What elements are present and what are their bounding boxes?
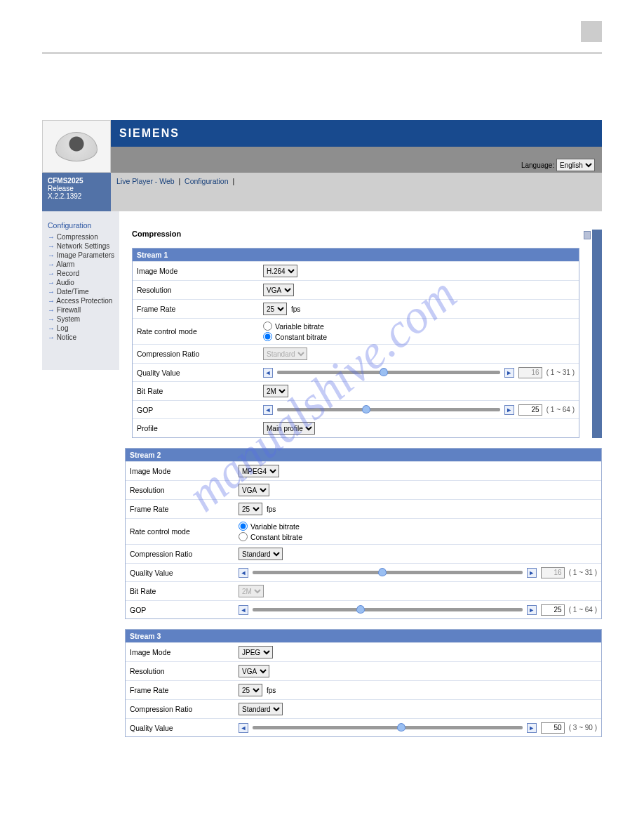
- breadcrumb: Live Player - Web | Configuration |: [111, 173, 602, 211]
- stream-2-header: Stream 2: [126, 449, 601, 461]
- row-gop: GOP◄► ( 1 ~ 64 ): [126, 600, 601, 618]
- sidebar-item-audio[interactable]: Audio: [46, 278, 115, 287]
- nudge-right-icon[interactable]: ►: [504, 405, 514, 415]
- sidebar-item-notice[interactable]: Notice: [46, 333, 115, 342]
- sidebar-list: CompressionNetwork SettingsImage Paramet…: [46, 232, 115, 342]
- stream-1-header: Stream 1: [133, 249, 579, 261]
- camera-icon: [55, 132, 98, 161]
- label-bit-rate: Bit Rate: [137, 387, 263, 395]
- page-title: Compression: [132, 230, 579, 238]
- radio-constant[interactable]: Constant bitrate: [239, 532, 302, 541]
- slider[interactable]: ◄►: [263, 368, 514, 378]
- select[interactable]: 25: [263, 303, 287, 315]
- label-gop: GOP: [137, 406, 263, 414]
- select[interactable]: VGA: [239, 665, 269, 677]
- sidebar-item-compression[interactable]: Compression: [46, 232, 115, 241]
- slider-track[interactable]: [253, 726, 523, 729]
- select[interactable]: 25: [239, 503, 262, 515]
- device-model: CFMS2025: [48, 177, 105, 185]
- sidebar-item-access-protection[interactable]: Access Protection: [46, 296, 115, 305]
- content-area: Compression Stream 1Image ModeH.264Resol…: [119, 211, 602, 448]
- nudge-right-icon[interactable]: ►: [527, 605, 537, 615]
- nudge-right-icon[interactable]: ►: [527, 723, 537, 733]
- row-compression-ratio: Compression RatioStandard: [133, 344, 579, 363]
- nudge-right-icon[interactable]: ►: [504, 368, 514, 378]
- value-input[interactable]: [541, 604, 565, 616]
- slider[interactable]: ◄►: [239, 568, 537, 578]
- slider-track[interactable]: [253, 608, 523, 611]
- language-select[interactable]: English: [556, 159, 595, 171]
- select[interactable]: Standard: [239, 703, 283, 715]
- brand-bar: SIEMENS: [111, 120, 602, 147]
- range-note: ( 1 ~ 31 ): [569, 569, 597, 576]
- slider-track[interactable]: [277, 408, 500, 411]
- slider-thumb[interactable]: [362, 405, 370, 413]
- sidebar-item-firewall[interactable]: Firewall: [46, 305, 115, 315]
- slider-thumb[interactable]: [378, 568, 387, 576]
- slider[interactable]: ◄►: [263, 405, 514, 415]
- device-info: CFMS2025 Release X.2.2.1392: [42, 173, 111, 211]
- sidebar-item-image-parameters[interactable]: Image Parameters: [46, 251, 115, 260]
- label-resolution: Resolution: [130, 486, 239, 494]
- stream-1: Stream 1Image ModeH.264ResolutionVGAFram…: [132, 248, 579, 438]
- value-input[interactable]: [541, 722, 565, 734]
- label-quality-value: Quality Value: [130, 569, 239, 577]
- nav-configuration[interactable]: Configuration: [185, 177, 228, 185]
- slider[interactable]: ◄►: [239, 605, 537, 615]
- label-compression-ratio: Compression Ratio: [130, 550, 239, 558]
- row-frame-rate: Frame Rate25 fps: [133, 299, 579, 318]
- nudge-left-icon[interactable]: ◄: [239, 605, 248, 615]
- radio-constant[interactable]: Constant bitrate: [263, 332, 327, 341]
- sidebar-item-alarm[interactable]: Alarm: [46, 260, 115, 269]
- rate-control-group: Variable bitrate Constant bitrate: [239, 522, 302, 541]
- fps-suffix: fps: [267, 505, 276, 513]
- select[interactable]: JPEG: [239, 646, 273, 658]
- label-image-mode: Image Mode: [130, 467, 239, 475]
- slider-thumb[interactable]: [380, 368, 388, 376]
- label-frame-rate: Frame Rate: [130, 686, 239, 694]
- label-resolution: Resolution: [137, 286, 263, 294]
- select[interactable]: Standard: [263, 348, 307, 360]
- select[interactable]: 2M: [263, 385, 288, 397]
- slider[interactable]: ◄►: [239, 723, 537, 733]
- sidebar-item-system[interactable]: System: [46, 315, 115, 324]
- select[interactable]: 2M: [239, 585, 264, 597]
- label-quality-value: Quality Value: [137, 369, 263, 377]
- row-resolution: ResolutionVGA: [133, 280, 579, 299]
- select[interactable]: Main profile: [263, 422, 315, 435]
- slider-thumb[interactable]: [356, 605, 365, 614]
- value-input: [518, 367, 542, 378]
- radio-variable[interactable]: Variable bitrate: [263, 322, 327, 331]
- nav-live-player[interactable]: Live Player - Web: [116, 177, 175, 185]
- nudge-right-icon[interactable]: ►: [527, 568, 537, 578]
- label-frame-rate: Frame Rate: [137, 305, 263, 313]
- slider-thumb[interactable]: [397, 723, 405, 732]
- scrollbar-thumb[interactable]: [584, 231, 591, 239]
- slider-track[interactable]: [277, 371, 500, 374]
- select[interactable]: Standard: [239, 548, 283, 560]
- value-input[interactable]: [518, 404, 542, 416]
- stream-3-header: Stream 3: [126, 630, 601, 642]
- nudge-left-icon[interactable]: ◄: [263, 405, 273, 415]
- language-bar: Language: English: [111, 157, 602, 173]
- row-resolution: ResolutionVGA: [126, 661, 601, 680]
- range-note: ( 1 ~ 64 ): [546, 406, 575, 413]
- nudge-left-icon[interactable]: ◄: [239, 723, 248, 733]
- radio-variable[interactable]: Variable bitrate: [239, 522, 302, 531]
- nudge-left-icon[interactable]: ◄: [263, 368, 273, 378]
- row-compression-ratio: Compression RatioStandard: [126, 699, 601, 718]
- select[interactable]: VGA: [239, 484, 269, 496]
- row-frame-rate: Frame Rate25 fps: [126, 680, 601, 699]
- label-bit-rate: Bit Rate: [130, 587, 239, 595]
- select[interactable]: MPEG4: [239, 465, 279, 477]
- label-compression-ratio: Compression Ratio: [137, 350, 263, 358]
- nudge-left-icon[interactable]: ◄: [239, 568, 248, 578]
- sidebar-item-network-settings[interactable]: Network Settings: [46, 241, 115, 251]
- slider-track[interactable]: [253, 571, 523, 574]
- select[interactable]: H.264: [263, 265, 297, 277]
- sidebar-item-log[interactable]: Log: [46, 324, 115, 333]
- sidebar-item-record[interactable]: Record: [46, 269, 115, 278]
- select[interactable]: 25: [239, 684, 262, 696]
- select[interactable]: VGA: [263, 284, 294, 296]
- sidebar-item-date-time[interactable]: Date/Time: [46, 287, 115, 296]
